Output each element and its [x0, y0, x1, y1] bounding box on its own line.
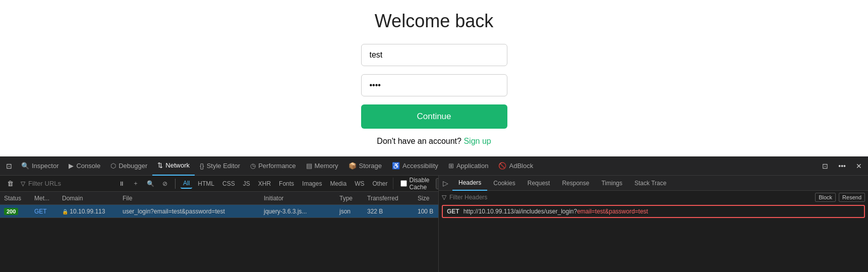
- devtools-body: 🗑 ▽ ⏸ ＋ 🔍 ⊘ All HTML CSS JS XHR Fonts Im…: [0, 176, 868, 272]
- no-cache-button[interactable]: ⊘: [160, 179, 170, 188]
- network-left-panel: 🗑 ▽ ⏸ ＋ 🔍 ⊘ All HTML CSS JS XHR Fonts Im…: [0, 176, 439, 272]
- pause-button[interactable]: ⏸: [116, 179, 127, 188]
- rpanel-tab-stack-trace[interactable]: Stack Trace: [628, 176, 672, 191]
- filter-row: 🗑 ▽ ⏸ ＋ 🔍 ⊘ All HTML CSS JS XHR Fonts Im…: [0, 176, 438, 192]
- filter-other[interactable]: Other: [370, 179, 390, 188]
- th-type: Type: [335, 195, 363, 202]
- td-domain: 🔒 10.10.99.113: [58, 208, 119, 215]
- disable-cache-label[interactable]: Disable Cache: [396, 177, 433, 191]
- tab-application[interactable]: ⊞ Application: [443, 156, 494, 176]
- th-transferred: Transferred: [363, 195, 414, 202]
- filter-headers-row: ▽ Block Resend: [442, 193, 865, 202]
- th-status: Status: [0, 195, 30, 202]
- filter-all[interactable]: All: [181, 179, 192, 189]
- network-right-panel: ▷ Headers Cookies Request Response Timin…: [439, 176, 868, 272]
- devtools-toolbar: ⊡ 🔍 Inspector ▶ Console ⬡ Debugger ⇅ Net…: [0, 156, 868, 176]
- more-options-button[interactable]: •••: [834, 160, 850, 172]
- signup-text: Don't have an account?: [377, 137, 461, 145]
- td-size: 100 B: [414, 208, 438, 215]
- url-highlight: email=test&password=test: [577, 208, 648, 215]
- filter-headers-input[interactable]: [449, 194, 812, 201]
- td-status: 200: [0, 208, 30, 215]
- debugger-icon: ⬡: [110, 162, 116, 170]
- filter-css[interactable]: CSS: [220, 179, 238, 188]
- filter-right: Disable Cache No Throttling ▾ ⚙: [393, 177, 439, 191]
- rpanel-tab-request[interactable]: Request: [522, 176, 556, 191]
- td-transferred: 322 B: [363, 208, 414, 215]
- page-title: Welcome back: [375, 11, 493, 32]
- rpanel-tab-headers[interactable]: Headers: [452, 176, 487, 191]
- storage-icon: 📦: [349, 162, 357, 170]
- application-icon: ⊞: [448, 162, 454, 170]
- td-type: json: [335, 208, 363, 215]
- filter-ws[interactable]: WS: [352, 179, 367, 188]
- block-button[interactable]: Block: [815, 193, 836, 202]
- right-panel-tabs: ▷ Headers Cookies Request Response Timin…: [439, 176, 868, 191]
- memory-icon: ▤: [306, 162, 312, 170]
- network-icon: ⇅: [157, 161, 163, 169]
- close-devtools-button[interactable]: ✕: [852, 160, 866, 172]
- lock-icon: 🔒: [62, 209, 68, 214]
- tab-accessibility[interactable]: ♿ Accessibility: [387, 156, 443, 176]
- td-method: GET: [30, 208, 58, 215]
- filter-left: 🗑 ▽ ⏸ ＋ 🔍 ⊘ All HTML CSS JS XHR Fonts Im…: [0, 178, 393, 189]
- devtools-menu-button[interactable]: ⊡: [2, 160, 16, 172]
- td-initiator: jquery-3.6.3.js...: [260, 208, 335, 215]
- td-file: user_login?email=test&password=test: [119, 208, 260, 215]
- clear-requests-button[interactable]: 🗑: [3, 178, 18, 189]
- tab-console[interactable]: ▶ Console: [64, 156, 105, 176]
- url-text: http://10.10.99.113/ai/includes/user_log…: [464, 208, 648, 215]
- filter-js[interactable]: JS: [241, 179, 253, 188]
- devtools-panel: ⊡ 🔍 Inspector ▶ Console ⬡ Debugger ⇅ Net…: [0, 156, 868, 272]
- th-size: Size: [414, 195, 439, 202]
- tab-network[interactable]: ⇅ Network: [152, 156, 195, 176]
- th-domain: Domain: [58, 195, 119, 202]
- password-input[interactable]: [361, 74, 507, 96]
- filter-media[interactable]: Media: [327, 179, 349, 188]
- resend-button[interactable]: Resend: [839, 193, 865, 202]
- performance-icon: ◷: [250, 162, 256, 170]
- tab-inspector[interactable]: 🔍 Inspector: [16, 156, 64, 176]
- add-filter-button[interactable]: ＋: [130, 178, 141, 189]
- tab-debugger[interactable]: ⬡ Debugger: [105, 156, 152, 176]
- inspector-icon: 🔍: [21, 162, 29, 170]
- tab-performance[interactable]: ◷ Performance: [245, 156, 301, 176]
- filter-xhr[interactable]: XHR: [256, 179, 273, 188]
- tab-memory[interactable]: ▤ Memory: [301, 156, 343, 176]
- undock-button[interactable]: ⊡: [818, 160, 832, 172]
- page-content: Welcome back Continue Don't have an acco…: [0, 0, 868, 156]
- continue-button[interactable]: Continue: [361, 104, 507, 129]
- tab-adblock[interactable]: 🚫 AdBlock: [493, 156, 538, 176]
- signup-link[interactable]: Sign up: [464, 137, 491, 145]
- accessibility-icon: ♿: [392, 162, 400, 170]
- request-url-row: GET http://10.10.99.113/ai/includes/user…: [442, 205, 865, 218]
- filter-urls-input[interactable]: [28, 180, 113, 187]
- search-button[interactable]: 🔍: [144, 179, 157, 188]
- adblock-icon: 🚫: [498, 162, 506, 170]
- rpanel-tab-cookies[interactable]: Cookies: [487, 176, 521, 191]
- filter-fonts[interactable]: Fonts: [276, 179, 297, 188]
- filter-icon: ▽: [21, 180, 25, 187]
- rpanel-tab-response[interactable]: Response: [556, 176, 595, 191]
- status-badge: 200: [4, 208, 18, 215]
- th-method: Met...: [30, 195, 58, 202]
- disable-cache-checkbox[interactable]: [400, 180, 407, 187]
- table-body: 200 GET 🔒 10.10.99.113 user_login?email=…: [0, 205, 438, 218]
- table-row[interactable]: 200 GET 🔒 10.10.99.113 user_login?email=…: [0, 205, 438, 218]
- signup-row: Don't have an account? Sign up: [377, 137, 491, 146]
- console-icon: ▶: [69, 162, 74, 170]
- url-method: GET: [447, 208, 459, 215]
- filter-headers-icon: ▽: [442, 194, 446, 201]
- email-input[interactable]: [361, 44, 507, 66]
- table-header: Status Met... Domain File Initiator Type…: [0, 192, 438, 205]
- tab-style-editor[interactable]: {} Style Editor: [195, 156, 245, 176]
- style-editor-icon: {}: [200, 162, 204, 170]
- right-panel-content: ▽ Block Resend GET http://10.10.99.113/a…: [439, 191, 868, 272]
- response-icon: ▷: [439, 177, 452, 189]
- th-file: File: [119, 195, 260, 202]
- filter-images[interactable]: Images: [300, 179, 324, 188]
- tab-storage[interactable]: 📦 Storage: [343, 156, 387, 176]
- th-initiator: Initiator: [260, 195, 335, 202]
- filter-html[interactable]: HTML: [195, 179, 217, 188]
- rpanel-tab-timings[interactable]: Timings: [595, 176, 628, 191]
